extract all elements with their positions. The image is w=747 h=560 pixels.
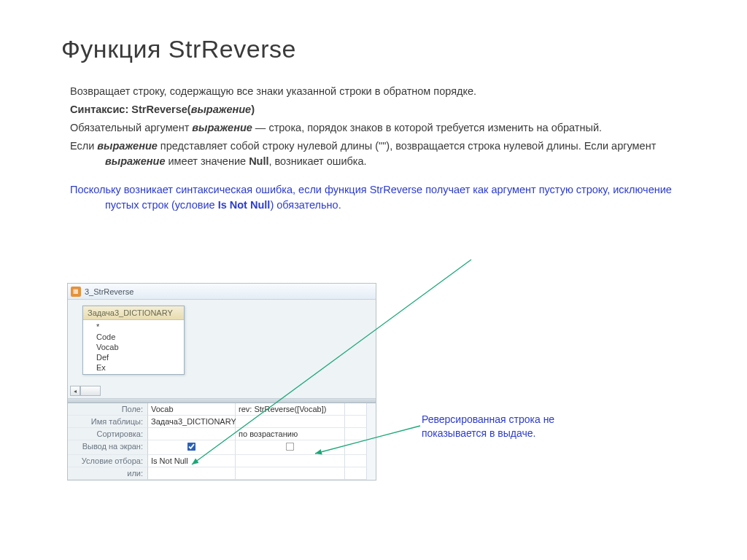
grid-cell-sort-1[interactable] [148,428,236,440]
table-field[interactable]: Vocab [83,342,184,352]
grid-label-criteria: Условие отбора: [68,455,148,467]
table-field[interactable]: * [83,322,184,332]
grid-cell-show-1[interactable] [148,440,236,455]
grid-cell-sort-3[interactable] [345,428,367,440]
table-box[interactable]: Задача3_DICTIONARY * Code Vocab Def Ex [82,306,185,375]
grid-cell-or-1[interactable] [148,467,236,480]
show-checkbox-1[interactable] [187,443,196,451]
para-arg: Обязательный аргумент выражение — строка… [70,120,692,136]
design-grid: Поле: Vocab rev: StrReverse([Vocab]) Имя… [68,403,376,480]
grid-label-or: или: [68,467,148,480]
scroll-left-icon[interactable]: ◂ [70,386,80,396]
grid-cell-criteria-3[interactable] [345,455,367,467]
para-syntax: Синтаксис: StrReverse(выражение) [70,102,692,117]
para-null: Если выражение представляет собой строку… [70,139,692,169]
grid-cell-show-3[interactable] [345,440,367,455]
grid-cell-table-2[interactable] [236,416,345,428]
grid-cell-show-2[interactable] [236,440,345,455]
grid-cell-field-2[interactable]: rev: StrReverse([Vocab]) [236,403,345,416]
description: Возвращает строку, содержащую все знаки … [70,84,692,213]
table-field[interactable]: Def [83,352,184,362]
syntax-close: ) [251,104,255,115]
grid-label-show: Вывод на экран: [68,440,148,455]
window-title: 3_StrReverse [85,287,133,296]
para-desc: Возвращает строку, содержащую все знаки … [70,84,692,99]
scroll-controls: ◂ [70,386,128,396]
grid-cell-table-1[interactable]: Задача3_DICTIONARY [148,416,236,428]
syntax-label: Синтаксис: [70,104,131,115]
slide-title: Функция StrReverse [61,35,706,63]
tables-pane[interactable]: Задача3_DICTIONARY * Code Vocab Def Ex ◂ [68,300,376,399]
grid-cell-criteria-1[interactable]: Is Not Null [148,455,236,467]
grid-label-table: Имя таблицы: [68,416,148,428]
syntax-fn: StrReverse( [131,104,190,115]
show-checkbox-2[interactable] [286,443,294,451]
grid-cell-sort-2[interactable]: по возрастанию [236,428,345,440]
grid-cell-or-2[interactable] [236,467,345,480]
note-isnotnull: Поскольку возникает синтаксическая ошибк… [70,182,692,213]
annotation-reversed-not-shown: Реверсированная строка не показывается в… [422,413,611,440]
grid-cell-or-3[interactable] [345,467,367,480]
grid-cell-table-3[interactable] [345,416,367,428]
window-titlebar: ▦ 3_StrReverse [68,284,376,300]
grid-label-field: Поле: [68,403,148,416]
table-field[interactable]: Ex [83,362,184,373]
grid-cell-field-3[interactable] [345,403,367,416]
grid-cell-criteria-2[interactable] [236,455,345,467]
grid-cell-field-1[interactable]: Vocab [148,403,236,416]
query-designer-window: ▦ 3_StrReverse Задача3_DICTIONARY * Code… [67,283,376,481]
table-box-title: Задача3_DICTIONARY [83,306,184,320]
table-fields-list: * Code Vocab Def Ex [83,320,184,374]
scroll-thumb[interactable] [80,386,101,396]
grid-label-sort: Сортировка: [68,428,148,440]
table-field[interactable]: Code [83,332,184,342]
syntax-arg: выражение [191,104,251,115]
query-icon: ▦ [71,287,81,297]
